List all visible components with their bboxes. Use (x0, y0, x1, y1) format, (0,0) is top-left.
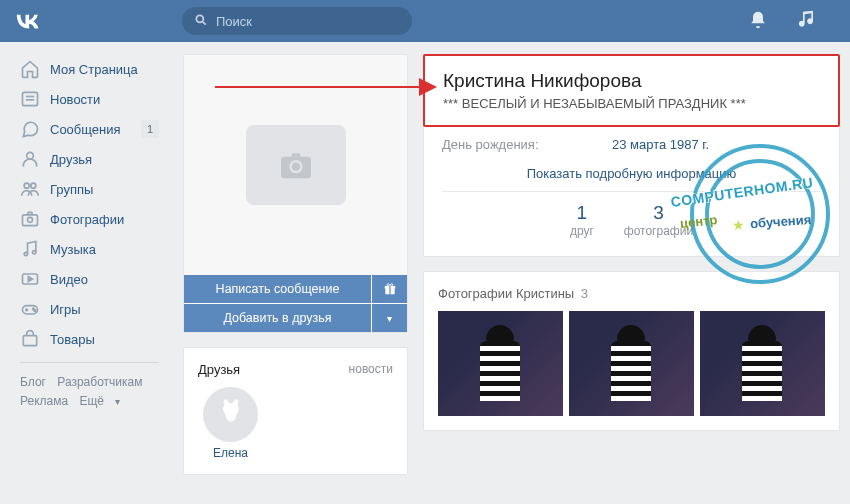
home-icon (20, 59, 40, 79)
friends-title[interactable]: Друзья (198, 362, 240, 377)
friend-avatar (203, 387, 258, 442)
nav-my-page[interactable]: Моя Страница (10, 54, 169, 84)
photo-thumbnail[interactable] (700, 311, 825, 416)
footer-more-link[interactable]: Ещё (79, 394, 104, 408)
nav-messages[interactable]: Сообщения 1 (10, 114, 169, 144)
svg-point-5 (27, 152, 34, 159)
sidebar-divider (20, 362, 159, 363)
birthday-value[interactable]: 23 марта 1987 г. (612, 137, 709, 152)
friend-item[interactable]: Елена (198, 387, 263, 460)
video-icon (20, 269, 40, 289)
avatar-box: Написать сообщение Добавить в друзья ▾ (183, 54, 408, 333)
nav-news[interactable]: Новости (10, 84, 169, 114)
content: Моя Страница Новости Сообщения 1 Друзья … (0, 42, 850, 487)
nav-friends[interactable]: Друзья (10, 144, 169, 174)
write-message-button[interactable]: Написать сообщение (184, 275, 371, 303)
photo-thumbnail[interactable] (438, 311, 563, 416)
games-icon (20, 299, 40, 319)
birthday-label: День рождения: (442, 137, 612, 152)
nav-label: Игры (50, 302, 81, 317)
svg-point-17 (34, 310, 36, 312)
show-full-info-link[interactable]: Показать подробную информацию (424, 156, 839, 191)
vk-logo[interactable] (12, 6, 42, 36)
friend-name: Елена (198, 446, 263, 460)
add-friend-button[interactable]: Добавить в друзья (184, 304, 371, 332)
birthday-row: День рождения: 23 марта 1987 г. (424, 127, 839, 156)
photos-title[interactable]: Фотографии Кристины 3 (438, 286, 825, 301)
stat-num: 3 (624, 202, 693, 224)
search-box[interactable] (182, 7, 412, 35)
footer-blog-link[interactable]: Блог (20, 375, 46, 389)
svg-point-25 (387, 284, 389, 286)
profile-status[interactable]: *** ВЕСЕЛЫЙ И НЕЗАБЫВАЕМЫЙ ПРАЗДНИК *** (443, 96, 820, 111)
svg-point-10 (24, 252, 27, 255)
photos-title-text: Фотографии Кристины (438, 286, 574, 301)
nav-groups[interactable]: Группы (10, 174, 169, 204)
nav-label: Сообщения (50, 122, 121, 137)
svg-point-26 (390, 284, 392, 286)
photos-box: Фотографии Кристины 3 (423, 271, 840, 431)
groups-icon (20, 179, 40, 199)
profile-left-column: Написать сообщение Добавить в друзья ▾ Д… (183, 54, 408, 475)
chevron-down-icon: ▾ (387, 313, 392, 324)
svg-point-9 (28, 217, 33, 222)
nav-market[interactable]: Товары (10, 324, 169, 354)
nav-music[interactable]: Музыка (10, 234, 169, 264)
messages-badge: 1 (141, 120, 159, 138)
friends-box: Друзья новости Елена (183, 347, 408, 475)
svg-point-7 (31, 183, 36, 188)
add-friend-dropdown[interactable]: ▾ (372, 304, 407, 332)
svg-rect-18 (23, 336, 36, 346)
music-note-icon (20, 239, 40, 259)
profile-stats: 1 друг 3 фотографии (442, 191, 821, 248)
svg-line-1 (203, 21, 206, 24)
footer-developers-link[interactable]: Разработчикам (57, 375, 142, 389)
stat-friends[interactable]: 1 друг (570, 202, 594, 238)
svg-point-6 (24, 183, 29, 188)
friends-news-link[interactable]: новости (349, 362, 393, 377)
nav-photos[interactable]: Фотографии (10, 204, 169, 234)
search-icon (194, 13, 208, 30)
photo-thumbnail[interactable] (569, 311, 694, 416)
search-input[interactable] (216, 14, 400, 29)
svg-point-0 (196, 15, 203, 22)
nav-video[interactable]: Видео (10, 264, 169, 294)
nav-label: Товары (50, 332, 95, 347)
svg-rect-24 (389, 286, 390, 294)
footer-links: Блог Разработчикам Реклама Ещё ▾ (10, 371, 169, 413)
nav-label: Фотографии (50, 212, 124, 227)
news-icon (20, 89, 40, 109)
camera-icon (20, 209, 40, 229)
nav-label: Друзья (50, 152, 92, 167)
profile-name: Кристина Никифорова (443, 70, 820, 92)
sidebar: Моя Страница Новости Сообщения 1 Друзья … (10, 54, 169, 475)
svg-point-11 (33, 251, 36, 254)
messages-icon (20, 119, 40, 139)
avatar-placeholder[interactable] (184, 55, 407, 275)
nav-games[interactable]: Игры (10, 294, 169, 324)
svg-point-21 (291, 163, 299, 171)
nav-label: Новости (50, 92, 100, 107)
nav-label: Музыка (50, 242, 96, 257)
main: Написать сообщение Добавить в друзья ▾ Д… (183, 54, 840, 475)
annotation-arrow (215, 86, 435, 88)
nav-label: Группы (50, 182, 93, 197)
stat-label: фотографии (624, 224, 693, 238)
nav-label: Видео (50, 272, 88, 287)
top-header (0, 0, 850, 42)
music-icon[interactable] (798, 10, 818, 33)
friend-icon (20, 149, 40, 169)
nav-label: Моя Страница (50, 62, 138, 77)
stat-num: 1 (570, 202, 594, 224)
dog-avatar-icon (215, 399, 247, 431)
stat-photos[interactable]: 3 фотографии (624, 202, 693, 238)
footer-ads-link[interactable]: Реклама (20, 394, 68, 408)
profile-right-column: Кристина Никифорова *** ВЕСЕЛЫЙ И НЕЗАБЫ… (423, 54, 840, 475)
stat-label: друг (570, 224, 594, 238)
profile-info-section: День рождения: 23 марта 1987 г. Показать… (423, 127, 840, 257)
gift-icon (383, 282, 397, 296)
photos-count: 3 (581, 286, 588, 301)
gift-button[interactable] (372, 275, 407, 303)
camera-placeholder-icon (271, 145, 321, 185)
bell-icon[interactable] (748, 10, 768, 33)
